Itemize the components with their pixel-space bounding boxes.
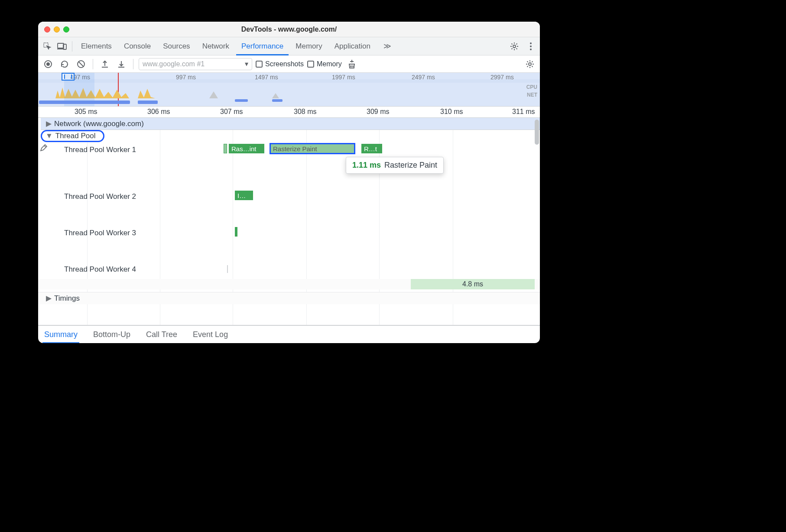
svg-point-6 (530, 49, 532, 50)
recording-picker-label: www.google.com #1 (143, 60, 205, 68)
devtools-window: DevTools - www.google.com/ Elements Cons… (38, 22, 540, 343)
ruler-tick: 309 ms (367, 108, 389, 116)
download-icon[interactable] (115, 58, 128, 71)
reload-record-icon[interactable] (58, 58, 71, 71)
tabs-overflow-icon[interactable]: ≫ (378, 37, 396, 55)
task-block[interactable]: Ras…int (229, 144, 264, 153)
tab-network[interactable]: Network (197, 37, 234, 55)
ruler-tick: 305 ms (75, 108, 97, 116)
clear-icon[interactable] (75, 58, 88, 71)
tooltip-name: Rasterize Paint (384, 161, 437, 169)
section-network[interactable]: ▶ Network (www.google.com) (41, 118, 540, 130)
svg-rect-1 (58, 43, 64, 48)
settings-gear-icon[interactable] (508, 40, 521, 53)
frames-bar[interactable]: 4.8 ms (38, 279, 540, 289)
worker-1-label: Thread Pool Worker 1 (64, 146, 136, 154)
inspect-element-icon[interactable] (41, 40, 54, 53)
ruler-tick: 306 ms (147, 108, 170, 116)
task-block-selected[interactable]: Rasterize Paint (270, 144, 354, 153)
tab-console[interactable]: Console (119, 37, 156, 55)
tab-bottom-up[interactable]: Bottom-Up (91, 325, 132, 343)
flame-chart[interactable]: ▶ Network (www.google.com) ▼ Thread Pool… (38, 118, 540, 325)
svg-point-4 (530, 42, 532, 44)
section-network-label: Network (www.google.com) (54, 120, 144, 128)
disclosure-right-icon: ▶ (46, 294, 52, 303)
panel-tabstrip: Elements Console Sources Network Perform… (38, 37, 540, 55)
tab-sources[interactable]: Sources (158, 37, 195, 55)
divider (133, 59, 133, 69)
timeline-overview[interactable]: 497 ms 997 ms 1497 ms 1997 ms 2497 ms 29… (38, 73, 540, 107)
tab-event-log[interactable]: Event Log (191, 325, 230, 343)
detail-ruler[interactable]: 305 ms 306 ms 307 ms 308 ms 309 ms 310 m… (38, 107, 540, 118)
tooltip-duration: 1.11 ms (352, 161, 381, 169)
tab-elements[interactable]: Elements (76, 37, 117, 55)
svg-point-8 (529, 63, 531, 65)
chevron-down-icon: ▾ (245, 60, 248, 68)
memory-checkbox[interactable]: Memory (307, 60, 342, 68)
ruler-tick: 311 ms (512, 108, 535, 116)
memory-label: Memory (317, 60, 342, 68)
overview-activity (138, 85, 155, 98)
task-block[interactable]: I… (235, 191, 253, 200)
section-timings[interactable]: ▶ Timings (38, 292, 540, 304)
overview-activity (209, 85, 218, 98)
performance-toolbar: www.google.com #1 ▾ Screenshots Memory (38, 55, 540, 73)
task-tooltip: 1.11 msRasterize Paint (346, 157, 444, 174)
checkbox-icon (307, 61, 314, 68)
overview-activity (272, 85, 279, 98)
frame-block[interactable]: 4.8 ms (411, 279, 535, 289)
details-tabstrip: Summary Bottom-Up Call Tree Event Log (38, 325, 540, 343)
titlebar: DevTools - www.google.com/ (38, 22, 540, 37)
worker-4-label: Thread Pool Worker 4 (64, 265, 136, 274)
divider (72, 41, 72, 52)
scrollbar-thumb[interactable] (535, 120, 539, 145)
section-thread-pool[interactable]: ▼ Thread Pool (41, 130, 104, 142)
close-icon[interactable] (44, 26, 50, 32)
task-block[interactable] (235, 227, 237, 237)
tab-summary[interactable]: Summary (42, 325, 79, 343)
ruler-tick: 308 ms (294, 108, 316, 116)
recording-picker[interactable]: www.google.com #1 ▾ (139, 58, 252, 70)
device-toolbar-icon[interactable] (55, 40, 68, 53)
disclosure-down-icon: ▼ (45, 132, 53, 140)
overview-frames-lane (38, 79, 540, 83)
task-block[interactable] (224, 144, 227, 153)
tab-performance[interactable]: Performance (236, 37, 289, 55)
window-controls (44, 26, 69, 32)
section-thread-pool-label: Thread Pool (55, 132, 96, 140)
window-title: DevTools - www.google.com/ (38, 26, 540, 33)
tab-memory[interactable]: Memory (290, 37, 327, 55)
worker-2-label: Thread Pool Worker 2 (64, 192, 136, 201)
overview-net-lane (38, 99, 540, 106)
task-block[interactable] (227, 265, 228, 273)
tab-call-tree[interactable]: Call Tree (144, 325, 179, 343)
upload-icon[interactable] (98, 58, 111, 71)
screenshots-checkbox[interactable]: Screenshots (256, 60, 304, 68)
divider (93, 59, 93, 69)
overview-handle[interactable] (62, 73, 75, 81)
overview-side-labels: CPU NET (526, 83, 537, 99)
ruler-tick: 310 ms (440, 108, 463, 116)
collect-garbage-icon[interactable] (345, 58, 358, 71)
checkbox-icon (256, 61, 263, 68)
tab-application[interactable]: Application (329, 37, 376, 55)
worker-3-label: Thread Pool Worker 3 (64, 229, 136, 237)
maximize-icon[interactable] (63, 26, 69, 32)
edit-icon[interactable] (40, 144, 48, 154)
record-icon[interactable] (42, 58, 55, 71)
svg-point-5 (530, 45, 532, 47)
task-block[interactable]: R…t (361, 144, 382, 153)
panel-settings-gear-icon[interactable] (523, 58, 536, 71)
ruler-tick: 307 ms (220, 108, 243, 116)
svg-point-3 (513, 45, 516, 48)
screenshots-label: Screenshots (265, 60, 304, 68)
kebab-menu-icon[interactable] (524, 40, 537, 53)
minimize-icon[interactable] (54, 26, 60, 32)
disclosure-right-icon: ▶ (46, 119, 52, 128)
timings-label: Timings (54, 294, 80, 303)
